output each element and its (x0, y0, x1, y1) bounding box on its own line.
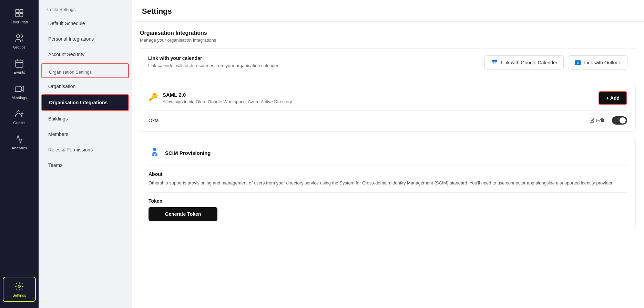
calendar-icon (14, 58, 25, 69)
saml-left: 🔑 SAML 2.0 Allow sign in via Okta, Googl… (149, 92, 292, 104)
calendar-section-left: Link with your calendar Link calender wi… (148, 55, 278, 68)
saml-row: 🔑 SAML 2.0 Allow sign in via Okta, Googl… (149, 91, 627, 105)
page-title: Settings (142, 7, 634, 16)
scim-token-label: Token (149, 198, 627, 204)
sidebar-item-groups[interactable]: Groups (0, 29, 39, 54)
org-integrations-title: Organisation Integrations (140, 30, 636, 36)
sidebar-item-floor-plan[interactable]: Floor Plan (0, 3, 39, 29)
svg-rect-21 (153, 152, 156, 153)
google-calendar-icon: 31 (491, 59, 498, 66)
scim-card: SCIM Provisioning About Othership suppor… (140, 139, 636, 228)
sidebar-item-events[interactable]: Events (0, 54, 39, 79)
nav-account-security[interactable]: Account Security (41, 47, 129, 62)
svg-point-4 (17, 35, 20, 38)
sidebar-label-floor-plan: Floor Plan (11, 20, 28, 24)
svg-point-20 (153, 148, 156, 151)
scim-token-section: Token Generate Token (149, 192, 627, 221)
nav-roles-permissions[interactable]: Roles & Permissions (41, 142, 129, 157)
saml-add-button[interactable]: + Add (599, 91, 627, 105)
sidebar-item-analytics[interactable]: Analytics (0, 129, 39, 155)
calendar-section: Link with your calendar Link calender wi… (140, 49, 636, 77)
saml-key-icon: 🔑 (149, 93, 158, 102)
profile-settings-section-label: Profile Settings (39, 0, 132, 15)
scim-about: About Othership supports provisioning an… (149, 166, 627, 187)
okta-row: Okta Edit (149, 116, 627, 125)
users-icon (14, 33, 25, 44)
sidebar-label-groups: Groups (13, 45, 25, 50)
left-panel: Profile Settings Default Schedule Person… (39, 0, 132, 308)
sidebar-item-settings[interactable]: Settings (3, 277, 36, 302)
svg-rect-9 (15, 87, 21, 92)
scim-about-label: About (149, 171, 627, 177)
saml-desc: Allow sign in via Okta, Google Workspace… (163, 99, 292, 104)
svg-rect-5 (16, 60, 23, 67)
saml-section: 🔑 SAML 2.0 Allow sign in via Okta, Googl… (140, 84, 636, 132)
gear-icon (14, 281, 25, 292)
generate-token-button[interactable]: Generate Token (149, 207, 217, 221)
calendar-section-title: Link with your calendar (148, 55, 278, 61)
svg-rect-3 (20, 13, 23, 17)
nav-default-schedule[interactable]: Default Schedule (41, 16, 129, 31)
nav-members[interactable]: Members (41, 127, 129, 142)
scim-about-text: Othership supports provisioning and mana… (149, 180, 627, 187)
svg-point-26 (155, 153, 157, 155)
svg-point-13 (18, 285, 21, 287)
edit-pencil-icon (590, 118, 594, 123)
svg-rect-22 (154, 153, 155, 154)
sidebar-item-settings-wrapper: Settings (0, 274, 39, 305)
okta-actions: Edit (587, 116, 627, 125)
svg-text:O: O (577, 61, 579, 64)
outlook-button[interactable]: O Link with Outlook (568, 55, 627, 70)
calendar-section-desc: Link calender will fetch resources from … (148, 63, 278, 68)
video-icon (14, 83, 25, 94)
sidebar-label-events: Events (13, 70, 25, 75)
okta-edit-button[interactable]: Edit (587, 116, 607, 125)
sidebar-label-settings: Settings (12, 293, 26, 298)
sidebar-item-meetings[interactable]: Meetings (0, 79, 39, 104)
org-integrations-header: Organisation Integrations Manage your or… (132, 22, 644, 43)
main-body: Organisation Integrations Manage your or… (132, 22, 644, 228)
nav-personal-integrations[interactable]: Personal Integrations (41, 31, 129, 46)
svg-rect-2 (16, 13, 19, 17)
sidebar-label-guests: Guests (13, 121, 25, 125)
nav-organisation[interactable]: Organisation (41, 79, 129, 94)
org-integrations-subtitle: Manage your organisation integrations (140, 38, 636, 43)
scim-title: SCIM Provisioning (165, 150, 211, 156)
nav-teams[interactable]: Teams (41, 158, 129, 173)
outlook-icon: O (574, 59, 581, 66)
map-icon (14, 8, 25, 19)
svg-point-25 (152, 153, 154, 155)
sidebar-item-guests[interactable]: Guests (0, 104, 39, 129)
google-calendar-button[interactable]: 31 Link with Google Calender (484, 55, 564, 70)
svg-rect-1 (20, 10, 23, 13)
outlook-label: Link with Outlook (584, 60, 621, 65)
svg-rect-16 (492, 61, 497, 62)
okta-label: Okta (149, 118, 159, 123)
okta-toggle[interactable] (612, 116, 627, 125)
scim-provision-icon (149, 146, 161, 160)
google-calendar-label: Link with Google Calender (501, 60, 557, 65)
chart-icon (14, 134, 25, 145)
org-settings-section-label: Organisation Settings (41, 63, 129, 78)
edit-label: Edit (596, 118, 604, 123)
sidebar-label-analytics: Analytics (12, 146, 27, 150)
nav-buildings[interactable]: Buildings (41, 111, 129, 126)
page-header: Settings (132, 0, 644, 22)
main-content: Settings Organisation Integrations Manag… (132, 0, 644, 308)
svg-point-10 (17, 110, 20, 114)
sidebar: Floor Plan Groups Events Meetings Guests… (0, 0, 39, 308)
nav-organisation-integrations[interactable]: Organisation Integrations (41, 94, 129, 111)
user-plus-icon (14, 108, 25, 119)
saml-info: SAML 2.0 Allow sign in via Okta, Google … (163, 92, 292, 104)
svg-rect-0 (16, 10, 19, 13)
sidebar-label-meetings: Meetings (12, 96, 27, 100)
calendar-buttons: 31 Link with Google Calender O Link with… (484, 55, 627, 70)
scim-header: SCIM Provisioning (149, 146, 627, 160)
saml-title: SAML 2.0 (163, 92, 292, 98)
svg-text:31: 31 (493, 62, 496, 64)
